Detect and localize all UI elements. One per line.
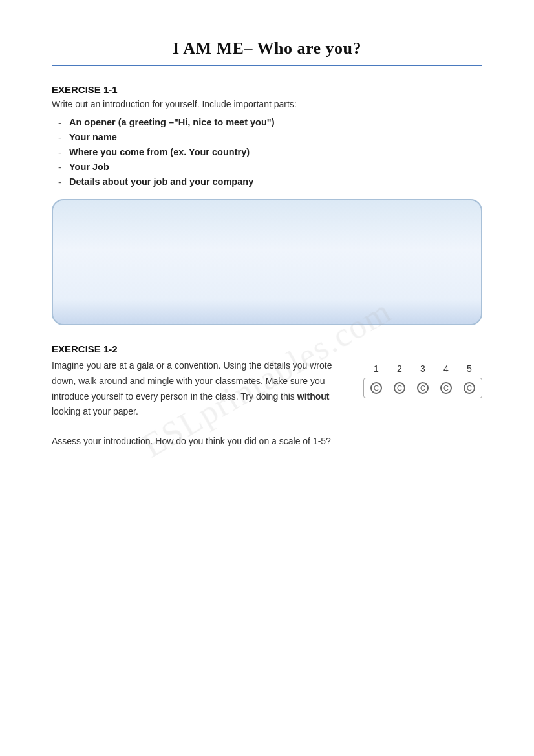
list-item: - An opener (a greeting –"Hi, nice to me… [58, 117, 482, 128]
scale-number-2: 2 [394, 363, 405, 374]
list-item-text: Details about your job and your company [69, 177, 253, 187]
assess-text: Assess your introduction. How do you thi… [52, 434, 482, 448]
radio-4[interactable] [440, 382, 452, 394]
list-item-text: Your name [69, 132, 117, 142]
list-item-text: Where you come from (ex. Your country) [69, 147, 250, 157]
exercise1-section: EXERCISE 1-1 Write out an introduction f… [52, 84, 482, 325]
exercise2-body: Imagine you are at a gala or a conventio… [52, 358, 482, 420]
list-item: - Your name [58, 132, 482, 143]
dash-icon: - [58, 147, 61, 158]
scale-numbers: 1 2 3 4 5 [370, 363, 475, 374]
scale-container: 1 2 3 4 5 [363, 363, 482, 398]
dash-icon: - [58, 177, 61, 188]
scale-number-1: 1 [370, 363, 382, 374]
exercise2-label: EXERCISE 1-2 [52, 343, 482, 354]
dash-icon: - [58, 132, 61, 143]
radio-2[interactable] [394, 382, 405, 394]
list-item: - Details about your job and your compan… [58, 177, 482, 188]
dash-icon: - [58, 117, 61, 128]
scale-number-3: 3 [417, 363, 429, 374]
radio-3[interactable] [417, 382, 429, 394]
scale-radios [363, 378, 482, 398]
exercise1-intro: Write out an introduction for yourself. … [52, 99, 482, 109]
list-item-text: Your Job [69, 162, 109, 172]
page-title: I AM ME– Who are you? [52, 39, 482, 58]
bullet-list: - An opener (a greeting –"Hi, nice to me… [52, 117, 482, 188]
list-item-text: An opener (a greeting –"Hi, nice to meet… [69, 117, 275, 127]
exercise2-text: Imagine you are at a gala or a conventio… [52, 358, 344, 420]
dash-icon: - [58, 162, 61, 173]
exercise2-text-part1: Imagine you are at a gala or a conventio… [52, 360, 332, 402]
exercise2-text-part2: looking at your paper. [52, 406, 138, 416]
exercise1-label: EXERCISE 1-1 [52, 84, 482, 95]
exercise2-bold-word: without [297, 391, 330, 402]
page-title-container: I AM ME– Who are you? [52, 39, 482, 66]
writing-box[interactable] [52, 199, 482, 325]
list-item: - Your Job [58, 162, 482, 173]
scale-number-4: 4 [440, 363, 452, 374]
radio-1[interactable] [370, 382, 382, 394]
exercise2-section: EXERCISE 1-2 Imagine you are at a gala o… [52, 343, 482, 449]
list-item: - Where you come from (ex. Your country) [58, 147, 482, 158]
scale-number-5: 5 [464, 363, 475, 374]
radio-5[interactable] [464, 382, 475, 394]
